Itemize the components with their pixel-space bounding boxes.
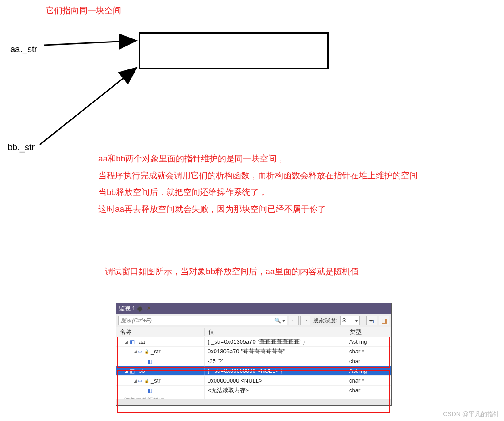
- expander-icon[interactable]: [123, 340, 129, 344]
- watch-titlebar: 监视 1: [116, 303, 391, 314]
- row-type: Astring: [346, 337, 391, 346]
- row-value: <无法读取内存>: [205, 386, 346, 395]
- table-row[interactable]: _str0x00000000 <NULL>char *: [116, 376, 391, 386]
- arrows-svg: [0, 0, 504, 159]
- svg-line-0: [44, 41, 135, 45]
- grid-body: aa{ _str=0x01305a70 "葺葺葺葺葺葺葺" }Astring_s…: [116, 337, 391, 395]
- filter-icon: [369, 318, 374, 324]
- watch-panel: 监视 1 搜索(Ctrl+E) 🔍 ▾ ← → 搜索深度: 3 名称 值 类型 …: [116, 303, 392, 406]
- row-value: 0x00000000 <NULL>: [205, 376, 346, 385]
- object-icon: [146, 358, 153, 364]
- watch-title: 监视 1: [119, 305, 135, 313]
- row-type: Astring: [346, 366, 391, 375]
- object-icon: [146, 387, 153, 394]
- chevron-down-icon: [354, 317, 358, 324]
- row-name: _str: [151, 348, 161, 355]
- col-header-value[interactable]: 值: [205, 328, 346, 336]
- search-prev-button[interactable]: ←: [289, 316, 299, 325]
- object-icon: [129, 368, 135, 374]
- table-row[interactable]: bb{ _str=0x00000000 <NULL> }Astring: [116, 366, 391, 376]
- row-value: 0x01305a70 "葺葺葺葺葺葺葺": [205, 347, 346, 356]
- watch-toolbar: 搜索(Ctrl+E) 🔍 ▾ ← → 搜索深度: 3: [116, 314, 391, 327]
- search-icon: 🔍 ▾: [274, 318, 285, 324]
- filter-button[interactable]: [366, 316, 377, 325]
- row-type: char *: [346, 347, 391, 356]
- explain-line-4: 这时aa再去释放空间就会失败，因为那块空间已经不属于你了: [98, 201, 496, 218]
- table-row[interactable]: <无法读取内存>char: [116, 386, 391, 395]
- search-input[interactable]: 搜索(Ctrl+E) 🔍 ▾: [118, 316, 287, 325]
- svg-line-1: [40, 69, 135, 145]
- search-depth-select[interactable]: 3: [340, 316, 360, 325]
- row-value: { _str=0x01305a70 "葺葺葺葺葺葺葺" }: [205, 337, 346, 346]
- expander-icon[interactable]: [132, 379, 138, 383]
- horizontal-scrollbar[interactable]: [116, 399, 391, 405]
- search-depth-label: 搜索深度:: [312, 317, 339, 325]
- table-row[interactable]: -35 '?'char: [116, 356, 391, 366]
- row-value: { _str=0x00000000 <NULL> }: [205, 366, 346, 375]
- expander-icon[interactable]: [132, 349, 138, 354]
- attribution-text: CSDN @平凡的指针: [443, 410, 500, 418]
- lock-icon: [144, 349, 149, 354]
- table-row[interactable]: aa{ _str=0x01305a70 "葺葺葺葺葺葺葺" }Astring: [116, 337, 391, 347]
- row-type: char: [346, 356, 391, 366]
- row-name: bb: [139, 367, 145, 374]
- toolbar-separator: [363, 316, 363, 325]
- lock-icon: [144, 378, 149, 383]
- row-name: aa: [139, 338, 145, 345]
- pointer-diagram: 它们指向同一块空间 aa._str bb._str: [0, 0, 504, 155]
- object-icon: [129, 339, 135, 345]
- row-type: char *: [346, 376, 391, 385]
- explain-line-3: 当bb释放空间后，就把空间还给操作系统了，: [98, 184, 496, 201]
- col-header-type[interactable]: 类型: [346, 328, 391, 336]
- explain-line-2: 当程序执行完成就会调用它们的析构函数，而析构函数会释放在指针在堆上维护的空间: [98, 167, 496, 184]
- col-header-name[interactable]: 名称: [116, 328, 205, 336]
- search-placeholder: 搜索(Ctrl+E): [120, 317, 152, 325]
- grid-header: 名称 值 类型: [116, 327, 391, 337]
- watch-grid: 名称 值 类型 aa{ _str=0x01305a70 "葺葺葺葺葺葺葺" }A…: [116, 327, 391, 405]
- debug-caption: 调试窗口如图所示，当对象bb释放空间后，aa里面的内容就是随机值: [105, 263, 503, 280]
- field-icon: [138, 378, 142, 383]
- layout-button[interactable]: [379, 316, 389, 325]
- row-name: _str: [151, 377, 161, 384]
- expander-icon[interactable]: [123, 369, 129, 373]
- pin-icon[interactable]: [136, 305, 144, 313]
- layout-icon: [381, 317, 387, 324]
- close-icon[interactable]: [145, 305, 153, 313]
- row-type: char: [346, 386, 391, 395]
- search-next-button[interactable]: →: [300, 316, 310, 325]
- explain-line-1: aa和bb两个对象里面的指针维护的是同一块空间，: [98, 150, 496, 167]
- field-icon: [138, 349, 142, 354]
- table-row[interactable]: _str0x01305a70 "葺葺葺葺葺葺葺"char *: [116, 347, 391, 356]
- explanation-block-1: aa和bb两个对象里面的指针维护的是同一块空间， 当程序执行完成就会调用它们的析…: [98, 150, 496, 218]
- row-value: -35 '?': [205, 356, 346, 366]
